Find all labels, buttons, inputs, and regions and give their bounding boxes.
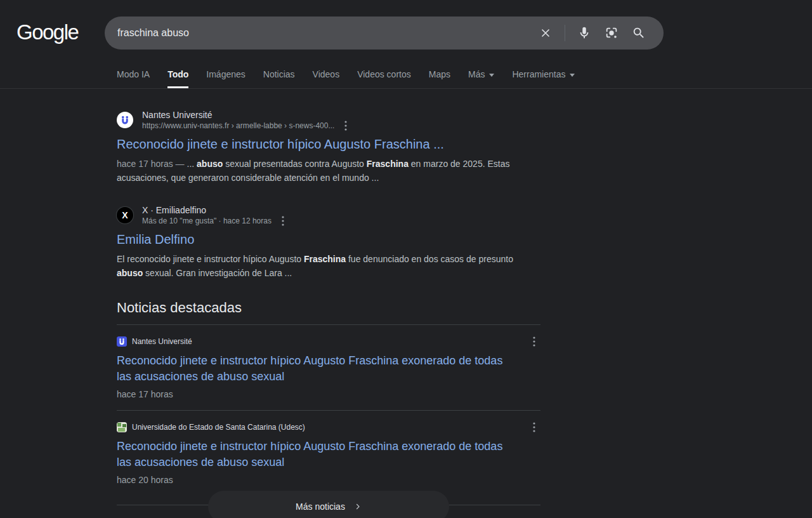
news-title-link[interactable]: Reconocido jinete e instructor hípico Au… <box>117 439 504 470</box>
tab-noticias[interactable]: Noticias <box>263 69 295 88</box>
news-more-options-button[interactable] <box>532 336 537 347</box>
result-snippet: hace 17 horas — ... abuso sexual present… <box>117 157 540 185</box>
tab-mas[interactable]: Más <box>468 69 494 88</box>
news-title-link[interactable]: Reconocido jinete e instructor hípico Au… <box>117 353 504 385</box>
news-timestamp: hace 20 horas <box>117 474 540 486</box>
result-more-options-button[interactable] <box>280 216 285 226</box>
news-item: Universidade do Estado de Santa Catarina… <box>117 411 540 496</box>
chevron-down-icon <box>570 74 575 77</box>
result-site-name: X · Emiliadelfino <box>142 204 285 216</box>
result-meta: Más de 10 "me gusta" · hace 12 horas <box>142 216 272 226</box>
tab-herramientas[interactable]: Herramientas <box>512 69 575 88</box>
news-item: Nantes Université Reconocido jinete e in… <box>117 325 540 410</box>
google-search-results-page: Google fraschina abuso <box>0 0 812 518</box>
close-icon <box>539 27 552 39</box>
vertical-dots-icon <box>533 336 535 347</box>
result-site-name: Nantes Université <box>142 109 348 121</box>
result-url: https://www.univ-nantes.fr › armelle-lab… <box>142 121 334 131</box>
news-timestamp: hace 17 horas <box>117 388 540 400</box>
chevron-down-icon <box>489 74 494 77</box>
vertical-dots-icon <box>282 216 284 226</box>
result-more-options-button[interactable] <box>343 121 348 131</box>
tab-modo-ia[interactable]: Modo IA <box>117 69 150 88</box>
result-title-link[interactable]: Reconocido jinete e instructor hípico Au… <box>117 136 540 152</box>
search-submit-button[interactable] <box>628 22 650 44</box>
udesc-favicon-icon <box>117 422 127 432</box>
result-title-link[interactable]: Emilia Delfino <box>117 232 540 248</box>
search-input[interactable]: fraschina abuso <box>117 27 535 39</box>
clear-search-button[interactable] <box>535 22 556 44</box>
tab-imagenes[interactable]: Imágenes <box>206 69 245 88</box>
nantes-universite-favicon-icon <box>117 112 133 128</box>
lens-search-button[interactable] <box>601 22 622 44</box>
tab-videos-cortos[interactable]: Videos cortos <box>357 69 411 88</box>
google-lens-icon <box>605 26 619 40</box>
search-bar-icons <box>535 22 650 44</box>
news-source-name: Nantes Université <box>132 337 192 346</box>
tab-todo[interactable]: Todo <box>167 69 188 88</box>
vertical-dots-icon <box>344 121 347 131</box>
news-more-options-button[interactable] <box>532 422 537 432</box>
result-snippet: El reconocido jinete e instructor hípico… <box>117 252 540 280</box>
more-news-button[interactable]: Más noticias <box>208 491 449 518</box>
search-bar[interactable]: fraschina abuso <box>105 17 664 50</box>
news-source-name: Universidade do Estado de Santa Catarina… <box>132 423 305 432</box>
search-bar-divider <box>565 25 565 41</box>
top-stories-heading: Noticias destacadas <box>117 299 540 317</box>
search-icon <box>632 26 646 40</box>
search-header: Google fraschina abuso <box>0 0 812 50</box>
result-type-tabs: Modo IA Todo Imágenes Noticias Videos Vi… <box>117 69 812 88</box>
nantes-universite-favicon-icon <box>117 336 127 347</box>
x-twitter-favicon-icon: X <box>117 207 133 223</box>
top-stories-section: Noticias destacadas Nantes Université <box>117 299 540 496</box>
chevron-right-icon <box>354 503 362 510</box>
tab-maps[interactable]: Maps <box>429 69 450 88</box>
tab-videos[interactable]: Videos <box>313 69 340 88</box>
microphone-icon <box>577 26 591 40</box>
more-news-label: Más noticias <box>296 501 345 512</box>
result-source-link[interactable]: Nantes Université https://www.univ-nante… <box>117 109 540 131</box>
voice-search-button[interactable] <box>573 22 595 44</box>
search-result-x-emiliadelfino: X X · Emiliadelfino Más de 10 "me gusta"… <box>117 204 540 280</box>
result-source-link[interactable]: X X · Emiliadelfino Más de 10 "me gusta"… <box>117 204 540 226</box>
header-divider <box>0 88 812 89</box>
vertical-dots-icon <box>533 422 535 432</box>
search-result-nantes: Nantes Université https://www.univ-nante… <box>117 109 540 185</box>
search-results: Nantes Université https://www.univ-nante… <box>117 109 540 496</box>
google-logo[interactable]: Google <box>16 20 77 44</box>
